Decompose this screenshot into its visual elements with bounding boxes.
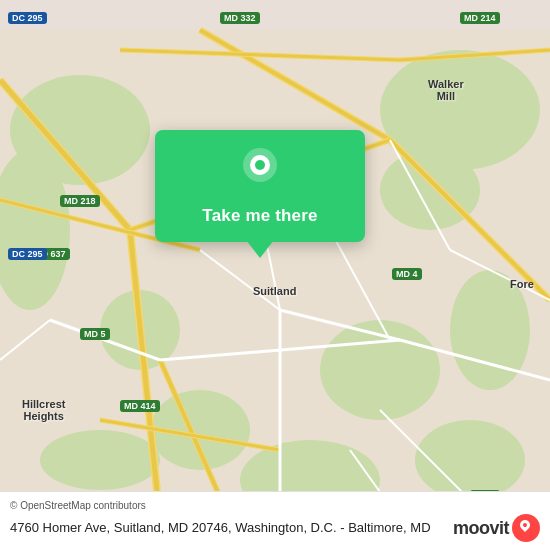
badge-md214: MD 214 <box>460 12 500 24</box>
badge-md218: MD 218 <box>60 195 100 207</box>
place-fore: Fore <box>510 278 534 290</box>
badge-dc295-left: DC 295 <box>8 248 47 260</box>
moovit-pin-shape <box>518 518 532 532</box>
badge-md332: MD 332 <box>220 12 260 24</box>
moovit-text: moovit <box>453 518 509 539</box>
location-pin-icon <box>241 148 279 196</box>
place-walker-mill: WalkerMill <box>428 78 464 102</box>
copyright-line: © OpenStreetMap contributors <box>10 500 540 511</box>
copyright-text: OpenStreetMap contributors <box>20 500 146 511</box>
bottom-content: 4760 Homer Ave, Suitland, MD 20746, Wash… <box>10 514 540 542</box>
address-text: 4760 Homer Ave, Suitland, MD 20746, Wash… <box>10 519 443 537</box>
svg-point-8 <box>40 430 160 490</box>
map-svg <box>0 0 550 550</box>
moovit-logo: moovit <box>453 514 540 542</box>
bottom-bar: © OpenStreetMap contributors 4760 Homer … <box>0 491 550 550</box>
copyright-icon: © <box>10 500 17 511</box>
map-container: DC 295 MD 332 MD 214 MD 218 MD 637 DC 29… <box>0 0 550 550</box>
badge-md5: MD 5 <box>80 328 110 340</box>
badge-md414: MD 414 <box>120 400 160 412</box>
badge-md4: MD 4 <box>392 268 422 280</box>
take-me-there-button[interactable]: Take me there <box>202 206 317 226</box>
popup-card[interactable]: Take me there <box>155 130 365 242</box>
svg-point-47 <box>255 160 265 170</box>
moovit-icon <box>512 514 540 542</box>
svg-point-10 <box>415 420 525 500</box>
place-suitland: Suitland <box>253 285 296 297</box>
badge-dc295-top: DC 295 <box>8 12 47 24</box>
place-hillcrest-heights: HillcrestHeights <box>22 398 65 422</box>
